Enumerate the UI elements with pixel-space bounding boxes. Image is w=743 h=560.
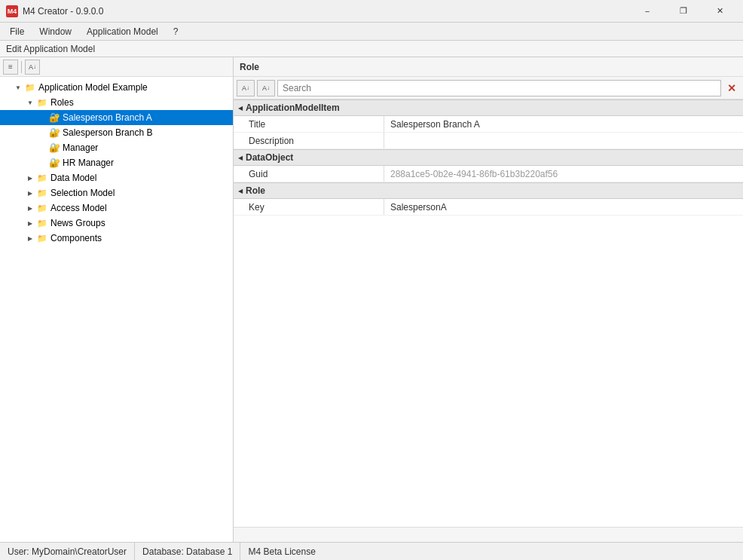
title-bar: M4 M4 Creator - 0.9.0.0 − ❐ ✕ bbox=[0, 0, 743, 23]
tree-label-salesperson-a: Salesperson Branch A bbox=[63, 112, 152, 123]
main-content: ≡ A↓ ▼ 📁 Application Model Example ▼ 📁 R… bbox=[0, 57, 743, 542]
menu-window[interactable]: Window bbox=[32, 24, 78, 39]
prop-row-guid: Guid 288a1ce5-0b2e-4941-86fb-61b3b220af5… bbox=[234, 166, 743, 182]
search-toolbar: A↓ A↓ ✕ bbox=[234, 77, 743, 99]
menu-application-model[interactable]: Application Model bbox=[80, 24, 165, 39]
expander-roles[interactable]: ▼ bbox=[24, 99, 36, 106]
title-bar-left: M4 M4 Creator - 0.9.0.0 bbox=[6, 5, 103, 17]
minimize-button[interactable]: − bbox=[630, 0, 665, 23]
tree-label-selection-model: Selection Model bbox=[50, 188, 115, 198]
status-license: M4 Beta License bbox=[240, 543, 323, 560]
section-expander-data-object: ◀ bbox=[238, 155, 243, 161]
status-database: Database: Database 1 bbox=[135, 543, 240, 560]
right-panel: Role A↓ A↓ ✕ ◀ ApplicationModelItem Titl… bbox=[234, 57, 743, 542]
role-icon-hr-manager: 🔐 bbox=[48, 157, 60, 169]
expander-news-groups[interactable]: ▶ bbox=[24, 220, 36, 227]
restore-button[interactable]: ❐ bbox=[666, 0, 701, 23]
section-header-application-model-item[interactable]: ◀ ApplicationModelItem bbox=[234, 99, 743, 116]
section-label-role: Role bbox=[246, 185, 265, 196]
tree-label-roles: Roles bbox=[50, 97, 74, 108]
tree-item-access-model[interactable]: ▶ 📁 Access Model bbox=[0, 200, 233, 216]
folder-icon-components: 📁 bbox=[36, 232, 48, 244]
expander-access-model[interactable]: ▶ bbox=[24, 205, 36, 212]
status-user: User: MyDomain\CreatorUser bbox=[0, 543, 135, 560]
folder-icon-roles: 📁 bbox=[36, 96, 48, 109]
tree-label-access-model: Access Model bbox=[50, 203, 107, 213]
section-expander-application-model-item: ◀ bbox=[238, 105, 243, 112]
section-label-data-object: DataObject bbox=[246, 152, 293, 163]
prop-name-guid: Guid bbox=[234, 166, 384, 182]
section-header-data-object[interactable]: ◀ DataObject bbox=[234, 149, 743, 166]
prop-name-key: Key bbox=[234, 199, 384, 215]
tree-toolbar: ≡ A↓ bbox=[0, 57, 233, 77]
prop-row-title: Title Salesperson Branch A bbox=[234, 116, 743, 133]
search-clear-button[interactable]: ✕ bbox=[723, 80, 740, 96]
prop-name-description: Description bbox=[234, 133, 384, 148]
menu-file[interactable]: File bbox=[3, 24, 31, 39]
close-button[interactable]: ✕ bbox=[702, 0, 737, 23]
tree-item-roles[interactable]: ▼ 📁 Roles bbox=[0, 95, 233, 110]
role-icon-salesperson-a: 🔐 bbox=[48, 112, 60, 124]
tree-item-salesperson-b[interactable]: 🔐 Salesperson Branch B bbox=[0, 125, 233, 140]
tree-label-salesperson-b: Salesperson Branch B bbox=[63, 127, 152, 138]
search-input[interactable] bbox=[277, 80, 721, 96]
tree-item-hr-manager[interactable]: 🔐 HR Manager bbox=[0, 155, 233, 170]
right-panel-title: Role bbox=[240, 62, 259, 72]
tree-toolbar-btn2[interactable]: A↓ bbox=[25, 60, 40, 75]
folder-icon-root: 📁 bbox=[24, 81, 36, 93]
prop-value-guid[interactable]: 288a1ce5-0b2e-4941-86fb-61b3b220af56 bbox=[384, 166, 743, 182]
prop-row-key: Key SalespersonA bbox=[234, 199, 743, 216]
prop-value-description[interactable] bbox=[384, 133, 743, 148]
edit-bar-label: Edit Application Model bbox=[6, 44, 95, 54]
folder-icon-selection-model: 📁 bbox=[36, 187, 48, 199]
section-header-role[interactable]: ◀ Role bbox=[234, 182, 743, 199]
prop-value-title[interactable]: Salesperson Branch A bbox=[384, 116, 743, 132]
section-expander-role: ◀ bbox=[238, 188, 243, 194]
tree-item-selection-model[interactable]: ▶ 📁 Selection Model bbox=[0, 185, 233, 200]
sort-button-2[interactable]: A↓ bbox=[257, 80, 275, 96]
window-title: M4 Creator - 0.9.0.0 bbox=[23, 6, 103, 17]
tree-label-manager: Manager bbox=[63, 142, 98, 153]
menu-help[interactable]: ? bbox=[167, 24, 185, 39]
expander-components[interactable]: ▶ bbox=[24, 235, 36, 242]
folder-icon-news-groups: 📁 bbox=[36, 217, 48, 229]
tree-label-hr-manager: HR Manager bbox=[63, 158, 114, 168]
folder-icon-access-model: 📁 bbox=[36, 202, 48, 214]
expander-selection-model[interactable]: ▶ bbox=[24, 190, 36, 197]
prop-row-description: Description bbox=[234, 133, 743, 149]
window-controls: − ❐ ✕ bbox=[630, 0, 737, 23]
tree-label-components: Components bbox=[50, 233, 102, 243]
right-panel-header: Role bbox=[234, 57, 743, 77]
sort-button-1[interactable]: A↓ bbox=[237, 80, 255, 96]
menu-bar: File Window Application Model ? bbox=[0, 23, 743, 41]
tree-item-news-groups[interactable]: ▶ 📁 News Groups bbox=[0, 216, 233, 231]
expander-root[interactable]: ▼ bbox=[12, 84, 24, 91]
folder-icon-data-model: 📁 bbox=[36, 172, 48, 184]
role-icon-salesperson-b: 🔐 bbox=[48, 127, 60, 139]
prop-value-key[interactable]: SalespersonA bbox=[384, 199, 743, 215]
left-panel: ≡ A↓ ▼ 📁 Application Model Example ▼ 📁 R… bbox=[0, 57, 234, 542]
right-scroll-area bbox=[234, 527, 743, 542]
app-logo: M4 bbox=[6, 5, 18, 17]
role-icon-manager: 🔐 bbox=[48, 142, 60, 154]
section-label-application-model-item: ApplicationModelItem bbox=[246, 103, 340, 113]
status-bar: User: MyDomain\CreatorUser Database: Dat… bbox=[0, 542, 743, 560]
tree-label-data-model: Data Model bbox=[50, 173, 96, 183]
tree-label-news-groups: News Groups bbox=[50, 218, 105, 228]
prop-name-title: Title bbox=[234, 116, 384, 132]
expander-data-model[interactable]: ▶ bbox=[24, 175, 36, 182]
tree-item-salesperson-a[interactable]: 🔐 Salesperson Branch A bbox=[0, 110, 233, 125]
properties-container: ◀ ApplicationModelItem Title Salesperson… bbox=[234, 99, 743, 527]
tree-item-root[interactable]: ▼ 📁 Application Model Example bbox=[0, 80, 233, 95]
tree-item-manager[interactable]: 🔐 Manager bbox=[0, 140, 233, 155]
tree-container[interactable]: ▼ 📁 Application Model Example ▼ 📁 Roles … bbox=[0, 77, 233, 542]
edit-bar: Edit Application Model bbox=[0, 41, 743, 57]
toolbar-separator bbox=[21, 61, 22, 73]
tree-item-components[interactable]: ▶ 📁 Components bbox=[0, 231, 233, 246]
tree-label-root: Application Model Example bbox=[38, 82, 148, 93]
tree-toolbar-btn1[interactable]: ≡ bbox=[3, 60, 18, 75]
tree-item-data-model[interactable]: ▶ 📁 Data Model bbox=[0, 170, 233, 185]
